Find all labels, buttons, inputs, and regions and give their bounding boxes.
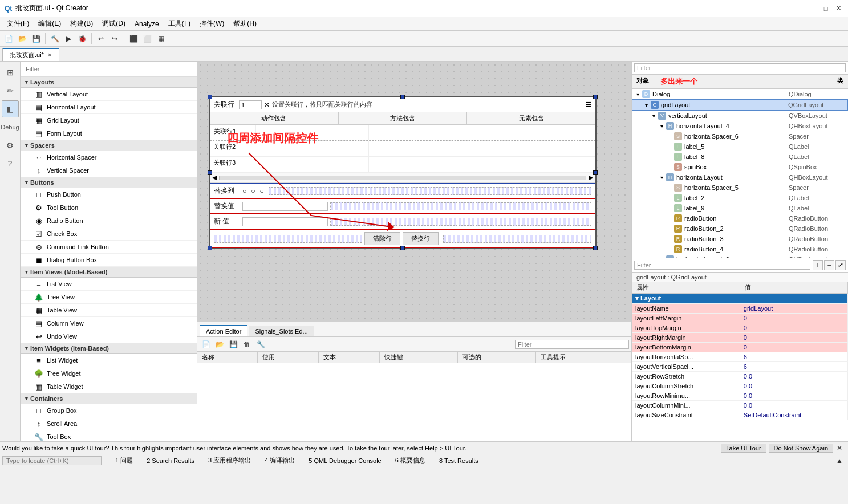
- tree-item-label9[interactable]: L label_9 QLabel: [632, 203, 848, 213]
- widget-tree-view[interactable]: 🌲 Tree View: [21, 291, 197, 304]
- props-filter-input[interactable]: [634, 261, 810, 270]
- app-tab-app-output[interactable]: 3 应用程序输出: [204, 456, 255, 465]
- widget-table-widget[interactable]: ▦ Table Widget: [21, 380, 197, 393]
- widget-list-widget[interactable]: ≡ List Widget: [21, 354, 197, 367]
- action-new[interactable]: 📄: [200, 338, 212, 351]
- do-not-show-button[interactable]: Do Not Show Again: [769, 444, 833, 453]
- prop-row-rowminimum[interactable]: layoutRowMinimu... 0,0: [632, 391, 848, 401]
- tree-item-hspacer5[interactable]: S horizontalSpacer_5 Spacer: [632, 182, 848, 193]
- menu-item-analyze[interactable]: Analyze: [130, 19, 164, 29]
- bottom-filter-input[interactable]: [515, 340, 629, 349]
- locate-input[interactable]: [6, 457, 98, 464]
- widget-table-view[interactable]: ▦ Table View: [21, 304, 197, 317]
- toolbar-redo[interactable]: ↪: [108, 32, 121, 45]
- sidebar-item-welcome[interactable]: ⊞: [2, 64, 19, 81]
- sidebar-item-edit[interactable]: ✏: [2, 82, 19, 99]
- section-layouts[interactable]: ▾ Layouts: [21, 77, 197, 88]
- app-tab-problems[interactable]: 1 问题: [111, 456, 137, 465]
- app-tab-qml-debugger[interactable]: 5 QML Debugger Console: [304, 457, 386, 465]
- toolbar-run[interactable]: ▶: [62, 32, 75, 45]
- menu-item-b[interactable]: 构建(B): [66, 18, 98, 30]
- tab-main[interactable]: 批改页面.ui* ✕: [2, 48, 59, 61]
- tree-item-verticallayout[interactable]: ▾ V verticalLayout QVBoxLayout: [632, 111, 848, 121]
- tab-signals-slots[interactable]: Signals_Slots Ed...: [249, 326, 314, 336]
- sidebar-item-debug[interactable]: Debug: [2, 119, 19, 136]
- section-buttons[interactable]: ▾ Buttons: [21, 177, 197, 188]
- widget-vertical-spacer[interactable]: ↕ Vertical Spacer: [21, 164, 197, 177]
- widget-group-box[interactable]: □ Group Box: [21, 404, 197, 417]
- widget-tree-widget[interactable]: 🌳 Tree Widget: [21, 367, 197, 380]
- widget-command-link[interactable]: ⊕ Command Link Button: [21, 241, 197, 254]
- props-add-button[interactable]: +: [813, 260, 823, 270]
- tree-item-hl2[interactable]: ▾ H horizontalLayout_2 QHBoxLayout: [632, 254, 848, 258]
- widget-column-view[interactable]: ▤ Column View: [21, 317, 197, 330]
- sidebar-item-design[interactable]: ◧: [2, 100, 19, 117]
- maximize-button[interactable]: □: [821, 3, 831, 14]
- tree-item-radiobtn2[interactable]: R radioButton_2 QRadioButton: [632, 223, 848, 234]
- toolbar-grid[interactable]: ▦: [155, 32, 167, 45]
- replace-val-input[interactable]: [242, 202, 328, 211]
- action-open[interactable]: 📂: [213, 338, 226, 351]
- tree-item-hspacer6[interactable]: S horizontalSpacer_6 Spacer: [632, 131, 848, 141]
- tab-close-icon[interactable]: ✕: [47, 52, 52, 58]
- widget-radio-button[interactable]: ◉ Radio Button: [21, 214, 197, 227]
- take-tour-button[interactable]: Take UI Tour: [721, 444, 766, 453]
- menu-item-f[interactable]: 文件(F): [2, 18, 34, 30]
- widget-filter-input[interactable]: [23, 64, 194, 74]
- toolbar-align-left[interactable]: ⬛: [127, 32, 140, 45]
- prop-row-leftmargin[interactable]: layoutLeftMargin 0: [632, 314, 848, 323]
- tab-action-editor[interactable]: Action Editor: [200, 325, 247, 336]
- object-filter-input[interactable]: [634, 63, 846, 72]
- tree-item-radiobtn[interactable]: R radioButton QRadioButton: [632, 213, 848, 223]
- tree-item-spinbox[interactable]: S spinBox QSpinBox: [632, 162, 848, 172]
- section-spacers[interactable]: ▾ Spacers: [21, 140, 197, 151]
- app-tab-tests[interactable]: 8 Test Results: [435, 457, 483, 465]
- close-button[interactable]: ✕: [833, 3, 843, 14]
- minimize-button[interactable]: ─: [808, 3, 818, 14]
- section-containers[interactable]: ▾ Containers: [21, 393, 197, 404]
- menu-item-e[interactable]: 编辑(E): [34, 18, 66, 30]
- tree-item-label8[interactable]: L label_8 QLabel: [632, 152, 848, 162]
- props-expand-button[interactable]: ⤢: [835, 260, 846, 270]
- prop-row-hspacing[interactable]: layoutHorizontalSp... 6: [632, 352, 848, 362]
- prop-row-topmargin[interactable]: layoutTopMargin 0: [632, 323, 848, 333]
- widget-scroll-area[interactable]: ↕ Scroll Area: [21, 417, 197, 430]
- action-save[interactable]: 💾: [227, 338, 240, 351]
- prop-row-bottommargin[interactable]: layoutBottomMargin 0: [632, 343, 848, 352]
- toolbar-debug[interactable]: 🐞: [76, 32, 88, 45]
- section-item-widgets[interactable]: ▾ Item Widgets (Item-Based): [21, 343, 197, 354]
- prop-row-vspacing[interactable]: layoutVerticalSpaci... 6: [632, 362, 848, 372]
- widget-tool-button[interactable]: ⚙ Tool Button: [21, 201, 197, 214]
- widget-list-view[interactable]: ≡ List View: [21, 278, 197, 291]
- app-tab-search[interactable]: 2 Search Results: [142, 457, 199, 465]
- action-delete[interactable]: 🗑: [241, 338, 253, 351]
- toolbar-new[interactable]: 📄: [2, 32, 15, 45]
- tree-item-radiobtn3[interactable]: R radioButton_3 QRadioButton: [632, 234, 848, 244]
- widget-dialog-button-box[interactable]: ◼ Dialog Button Box: [21, 254, 197, 267]
- widget-horizontal-layout[interactable]: ▤ Horizontal Layout: [21, 101, 197, 114]
- sidebar-item-help[interactable]: ?: [2, 155, 19, 172]
- props-minus-button[interactable]: −: [824, 260, 834, 270]
- menu-item-w[interactable]: 控件(W): [195, 18, 229, 30]
- bottom-bar-arrow[interactable]: ▲: [833, 454, 846, 467]
- prop-row-colminimum[interactable]: layoutColumnMini... 0,0: [632, 401, 848, 410]
- widget-check-box[interactable]: ☑ Check Box: [21, 227, 197, 241]
- new-val-input[interactable]: [242, 217, 328, 226]
- widget-horizontal-spacer[interactable]: ↔ Horizontal Spacer: [21, 151, 197, 164]
- prop-row-sizeconstraint[interactable]: layoutSizeConstraint SetDefaultConstrain…: [632, 410, 848, 420]
- widget-form-layout[interactable]: ▤ Form Layout: [21, 127, 197, 140]
- widget-undo-view[interactable]: ↩ Undo View: [21, 330, 197, 343]
- menu-item-d[interactable]: 调试(D): [98, 18, 130, 30]
- app-tab-compile[interactable]: 4 编译输出: [260, 456, 299, 465]
- app-tab-summary[interactable]: 6 概要信息: [391, 456, 430, 465]
- toolbar-save[interactable]: 💾: [30, 32, 42, 45]
- tree-item-dialog[interactable]: ▾ D Dialog QDialog: [632, 89, 848, 99]
- menu-item-h[interactable]: 帮助(H): [229, 18, 261, 30]
- menu-item-t[interactable]: 工具(T): [164, 18, 195, 30]
- tree-item-hl4[interactable]: ▾ H horizontalLayout_4 QHBoxLayout: [632, 121, 848, 131]
- tree-item-label5[interactable]: L label_5 QLabel: [632, 141, 848, 152]
- statusbar-close-icon[interactable]: ✕: [833, 442, 846, 454]
- prop-row-layoutname[interactable]: layoutName gridLayout: [632, 304, 848, 314]
- lianhan-spinbox[interactable]: [239, 100, 262, 109]
- tree-item-gridlayout[interactable]: ▾ G gridLayout QGridLayout: [632, 99, 848, 111]
